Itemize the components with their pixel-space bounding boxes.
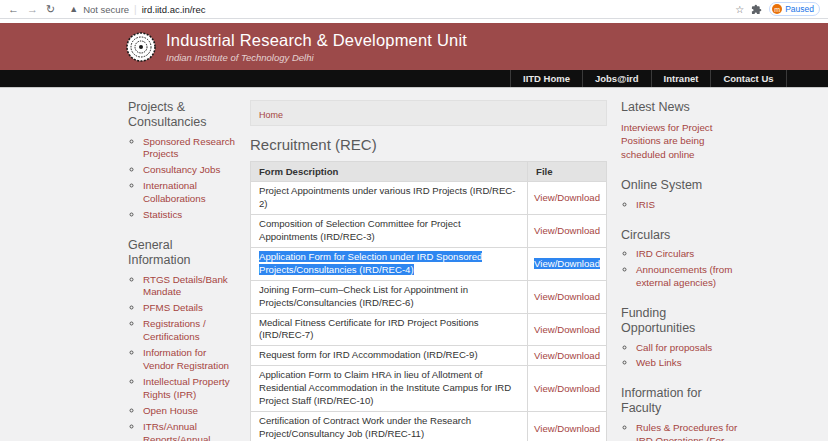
column-header-file: File	[528, 162, 607, 182]
browser-window: ← → ↻ ▲︎ Not secure | ird.iitd.ac.in/rec…	[0, 0, 828, 441]
site-subtitle: Indian Institute of Technology Delhi	[166, 52, 467, 63]
nav-item-intranet[interactable]: Intranet	[651, 70, 711, 87]
paused-label: Paused	[785, 4, 814, 14]
nav-item-iitd-home[interactable]: IITD Home	[510, 70, 582, 87]
address-bar[interactable]: ▲︎ Not secure | ird.iitd.ac.in/rec	[69, 4, 727, 15]
form-description: Joining Form–cum–Check List for Appointm…	[259, 284, 468, 308]
not-secure-warning-icon: ▲︎	[69, 4, 78, 14]
page-title: Recruitment (REC)	[250, 136, 607, 153]
main-navigation: IITD Home Jobs@ird Intranet Contact Us	[0, 70, 828, 88]
table-header-row: Form Description File	[251, 162, 607, 182]
section-title-general-information: General Information	[128, 238, 236, 268]
list-item: Sponsored Research Projects	[143, 136, 236, 162]
breadcrumb: Home	[250, 100, 607, 126]
list-item: Announcements (from external agencies)	[636, 264, 743, 290]
table-row: Project Appointments under various IRD P…	[251, 182, 607, 215]
toolbar-right-cluster: ☆ m Paused	[735, 2, 820, 16]
link-consultancy-jobs[interactable]: Consultancy Jobs	[143, 164, 220, 175]
table-row: Medical Fitness Certificate for IRD Proj…	[251, 313, 607, 346]
table-row: Composition of Selection Committee for P…	[251, 214, 607, 247]
online-system-list: IRIS	[621, 199, 743, 212]
site-header: Industrial Research & Development Unit I…	[0, 23, 828, 70]
url-divider: |	[134, 4, 137, 15]
link-iris[interactable]: IRIS	[636, 199, 655, 210]
view-download-link[interactable]: View/Download	[534, 350, 600, 361]
latest-news-text[interactable]: Interviews for Project Positions are bei…	[621, 121, 743, 162]
information-for-faculty-list: Rules & Procedures for IRD Operations (F…	[621, 422, 743, 441]
table-row: Certification of Contract Work under the…	[251, 412, 607, 441]
bookmark-star-icon[interactable]: ☆	[735, 4, 744, 15]
form-description: Application Form for Selection under IRD…	[259, 251, 482, 275]
iitd-logo-icon	[126, 32, 156, 62]
list-item: Open House	[143, 405, 236, 418]
profile-sync-paused-button[interactable]: m Paused	[769, 2, 820, 16]
form-description: Request form for IRD Accommodation (IRD/…	[259, 349, 478, 360]
link-open-house[interactable]: Open House	[143, 405, 198, 416]
projects-consultancies-list: Sponsored Research Projects Consultancy …	[128, 136, 236, 223]
view-download-link[interactable]: View/Download	[534, 225, 600, 236]
right-sidebar: Latest News Interviews for Project Posit…	[621, 100, 743, 441]
site-title: Industrial Research & Development Unit	[166, 31, 467, 50]
main-content: Home Recruitment (REC) Form Description …	[250, 100, 607, 441]
link-pfms-details[interactable]: PFMS Details	[143, 302, 203, 313]
site-header-text: Industrial Research & Development Unit I…	[166, 31, 467, 63]
list-item: PFMS Details	[143, 302, 236, 315]
list-item: Intellectual Property Rights (IPR)	[143, 376, 236, 402]
breadcrumb-home-link[interactable]: Home	[259, 110, 283, 120]
list-item: Web Links	[636, 357, 743, 370]
list-item: Consultancy Jobs	[143, 164, 236, 177]
view-download-link[interactable]: View/Download	[534, 258, 600, 269]
view-download-link[interactable]: View/Download	[534, 291, 600, 302]
section-title-projects-consultancies: Projects & Consultancies	[128, 100, 236, 130]
link-registrations-certifications[interactable]: Registrations / Certifications	[143, 318, 206, 342]
view-download-link[interactable]: View/Download	[534, 324, 600, 335]
reload-icon[interactable]: ↻	[46, 4, 55, 15]
form-description: Project Appointments under various IRD P…	[259, 185, 515, 209]
form-description: Application Form to Claim HRA in lieu of…	[259, 369, 511, 406]
list-item: IRIS	[636, 199, 743, 212]
browser-toolbar: ← → ↻ ▲︎ Not secure | ird.iitd.ac.in/rec…	[0, 0, 828, 19]
link-vendor-registration[interactable]: Information for Vendor Registration	[143, 347, 229, 371]
link-rules-procedures[interactable]: Rules & Procedures for IRD Operations (F…	[636, 422, 737, 441]
link-statistics[interactable]: Statistics	[143, 209, 182, 220]
left-sidebar: Projects & Consultancies Sponsored Resea…	[128, 100, 236, 441]
link-ipr[interactable]: Intellectual Property Rights (IPR)	[143, 376, 230, 400]
form-description: Medical Fitness Certificate for IRD Proj…	[259, 317, 479, 341]
table-row: Request form for IRD Accommodation (IRD/…	[251, 346, 607, 366]
view-download-link[interactable]: View/Download	[534, 192, 600, 203]
list-item: Call for proposals	[636, 342, 743, 355]
link-call-for-proposals[interactable]: Call for proposals	[636, 342, 712, 353]
back-icon[interactable]: ←	[8, 4, 19, 15]
list-item: ITRs/Annual Reports/Annual Accounts	[143, 421, 236, 441]
list-item: IRD Circulars	[636, 248, 743, 261]
list-item: Registrations / Certifications	[143, 318, 236, 344]
circulars-list: IRD Circulars Announcements (from extern…	[621, 248, 743, 290]
form-description: Composition of Selection Committee for P…	[259, 218, 461, 242]
not-secure-label: Not secure	[83, 4, 129, 15]
link-sponsored-research-projects[interactable]: Sponsored Research Projects	[143, 136, 235, 160]
profile-avatar: m	[772, 4, 782, 14]
link-rtgs-details[interactable]: RTGS Details/Bank Mandate	[143, 274, 228, 298]
list-item: RTGS Details/Bank Mandate	[143, 274, 236, 300]
nav-item-contact-us[interactable]: Contact Us	[710, 70, 786, 87]
link-announcements[interactable]: Announcements (from external agencies)	[636, 264, 732, 288]
section-title-circulars: Circulars	[621, 228, 743, 243]
forward-icon[interactable]: →	[27, 4, 38, 15]
funding-opportunities-list: Call for proposals Web Links	[621, 342, 743, 371]
link-web-links[interactable]: Web Links	[636, 357, 682, 368]
general-information-list: RTGS Details/Bank Mandate PFMS Details R…	[128, 274, 236, 441]
table-row-selected: Application Form for Selection under IRD…	[251, 247, 607, 280]
link-itrs-annual-reports[interactable]: ITRs/Annual Reports/Annual Accounts	[143, 421, 211, 441]
link-ird-circulars[interactable]: IRD Circulars	[636, 248, 694, 259]
view-download-link[interactable]: View/Download	[534, 423, 600, 434]
nav-item-jobs-ird[interactable]: Jobs@ird	[582, 70, 651, 87]
link-international-collaborations[interactable]: International Collaborations	[143, 180, 206, 204]
extensions-puzzle-icon[interactable]	[751, 4, 762, 15]
section-title-information-for-faculty: Information for Faculty	[621, 386, 743, 416]
table-row: Joining Form–cum–Check List for Appointm…	[251, 280, 607, 313]
form-description: Certification of Contract Work under the…	[259, 415, 471, 439]
section-title-funding-opportunities: Funding Opportunities	[621, 306, 743, 336]
section-title-online-system: Online System	[621, 178, 743, 193]
view-download-link[interactable]: View/Download	[534, 383, 600, 394]
url-text: ird.iitd.ac.in/rec	[142, 4, 206, 15]
